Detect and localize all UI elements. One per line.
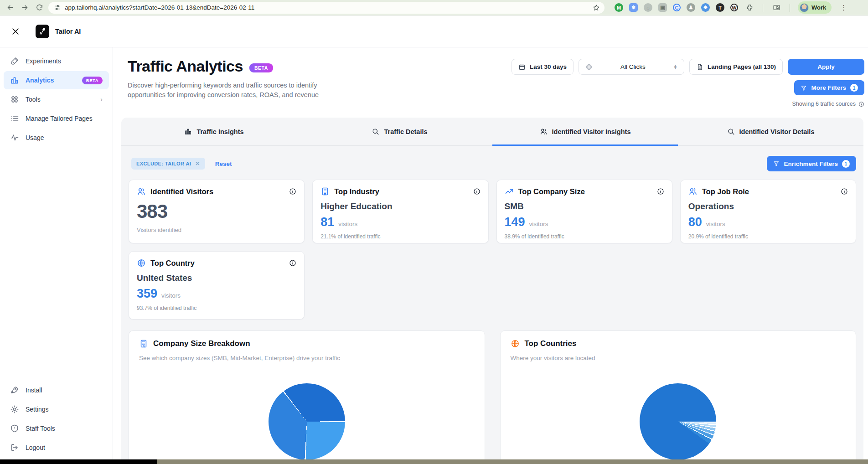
sidebar: Experiments Analytics BETA Tools › Manag… [0,47,113,459]
page-beta-badge: BETA [249,63,273,72]
info-icon[interactable] [289,188,296,195]
search-icon [372,128,379,135]
card-title: Identified Visitors [150,187,284,196]
site-settings-icon[interactable] [54,4,61,11]
shield-icon [10,424,19,433]
card-title: Top Industry [334,187,468,196]
extensions-puzzle-icon[interactable] [744,2,755,13]
enrichment-filters-button[interactable]: Enrichment Filters 1 [767,156,856,171]
more-filters-button[interactable]: More Filters 1 [794,80,864,95]
unit-label: visitors [161,292,181,299]
browser-reload-button[interactable] [34,2,45,13]
person-extension-icon[interactable]: ♟ [687,3,695,12]
t-extension-icon[interactable]: T [716,3,724,12]
chip-close-icon[interactable]: ✕ [195,160,200,167]
funnel-icon [773,160,780,167]
card-title: Top Job Role [702,187,836,196]
tab-identified-visitor-details[interactable]: Identified Visitor Details [678,118,863,145]
sidebar-item-experiments[interactable]: Experiments [4,52,109,70]
info-icon[interactable] [858,101,864,107]
sidebar-item-usage[interactable]: Usage [4,129,109,147]
browser-back-button[interactable] [5,2,16,13]
top-country-card: Top Country United States 359visitors 93… [129,251,305,320]
sidebar-item-install[interactable]: Install [4,381,109,399]
profile-name: Work [811,4,826,11]
extension-icons-row: M ❄ ◌ ▣ C ♟ ❖ T W Work ⋮ [615,1,847,14]
date-range-button[interactable]: Last 30 days [512,59,574,75]
tab-traffic-details[interactable]: Traffic Details [307,118,492,145]
test-tube-icon [10,57,19,66]
list-icon [10,114,19,123]
browser-menu-icon[interactable]: ⋮ [840,4,847,12]
sidebar-item-label: Manage Tailored Pages [26,115,103,122]
globe-icon [511,339,520,348]
green-m-extension-icon[interactable]: M [615,3,623,12]
filter-controls: Last 30 days All Clicks ▲▼ Landing Pages… [509,59,864,107]
sidebar-item-manage-tailored-pages[interactable]: Manage Tailored Pages [4,109,109,128]
top-industry-card: Top Industry Higher Education 81visitors… [312,180,488,243]
landing-pages-button[interactable]: Landing Pages (all 130) [689,59,783,75]
showing-sources-label: Showing 6 traffic sources [792,101,856,107]
side-panel-icon[interactable] [771,2,782,13]
browser-forward-button[interactable] [19,2,30,13]
top-country-value: 359 [137,287,157,301]
c-extension-icon[interactable]: C [673,4,681,11]
sidebar-item-staff-tools[interactable]: Staff Tools [4,419,109,438]
globe-icon [137,258,146,268]
top-company-size-name: SMB [505,201,664,211]
info-icon[interactable] [657,188,664,195]
users-icon [540,128,548,135]
brand: Tailor AI [36,25,81,38]
unit-label: visitors [338,221,357,227]
lock-extension-icon[interactable]: ◌ [644,3,652,12]
tab-label: Identified Visitor Insights [552,128,631,135]
info-icon[interactable] [289,259,296,267]
apply-button[interactable]: Apply [788,59,864,75]
top-industry-name: Higher Education [320,201,480,211]
chart-title: Company Size Breakdown [153,339,250,348]
w-extension-icon[interactable]: W [730,4,738,11]
tab-identified-visitor-insights[interactable]: Identified Visitor Insights [492,118,678,145]
funnel-icon [801,85,807,91]
url-text[interactable]: app.tailorhq.ai/analytics?startDate=2026… [65,4,589,11]
card-title: Top Country [150,259,284,268]
top-countries-pie-chart [640,383,716,459]
card-caption: Visitors identified [137,227,296,233]
snowflake-extension-icon[interactable]: ❄ [629,3,638,12]
click-type-select[interactable]: All Clicks ▲▼ [579,59,684,75]
chart-title: Top Countries [525,339,577,348]
tab-traffic-insights[interactable]: Traffic Insights [121,118,307,145]
close-icon[interactable] [11,27,20,36]
sidebar-item-analytics[interactable]: Analytics BETA [4,71,109,89]
info-icon[interactable] [841,188,848,195]
tab-bar: Traffic Insights Traffic Details Identif… [121,118,863,146]
building-icon [139,339,148,348]
info-icon[interactable] [473,188,480,195]
users-icon [137,187,146,196]
url-bar[interactable]: app.tailorhq.ai/analytics?startDate=2026… [48,2,604,14]
showing-sources-text: Showing 6 traffic sources [792,101,864,107]
sidebar-item-settings[interactable]: Settings [4,400,109,418]
camera-extension-icon[interactable]: ▣ [658,3,667,12]
company-size-breakdown-card: Company Size Breakdown See which company… [129,330,485,459]
sidebar-item-logout[interactable]: Logout [4,438,109,457]
bookmark-star-icon[interactable] [593,4,600,11]
top-job-role-share: 20.9% of identified traffic [688,233,848,240]
date-range-label: Last 30 days [530,63,567,70]
stat-cards-row-2: Top Country United States 359visitors 93… [121,243,863,320]
top-job-role-card: Top Job Role Operations 80visitors 20.9%… [680,180,856,243]
browser-profile-chip[interactable]: Work [798,1,832,14]
tag-extension-icon[interactable]: ❖ [701,3,710,12]
sidebar-item-label: Analytics [26,77,76,84]
sidebar-item-tools[interactable]: Tools › [4,90,109,108]
exclude-filter-chip[interactable]: EXCLUDE: TAILOR AI ✕ [131,158,205,170]
top-company-size-share: 38.9% of identified traffic [505,233,664,240]
divider [139,368,475,368]
tools-icon [10,95,19,104]
stat-cards-row-1: Identified Visitors 383 Visitors identif… [121,171,863,243]
identified-visitors-value: 383 [137,201,296,222]
reset-filters-link[interactable]: Reset [215,160,232,167]
enrichment-count-badge: 1 [842,160,850,168]
card-title: Top Company Size [518,187,652,196]
analytics-panel: Traffic Insights Traffic Details Identif… [121,118,863,459]
